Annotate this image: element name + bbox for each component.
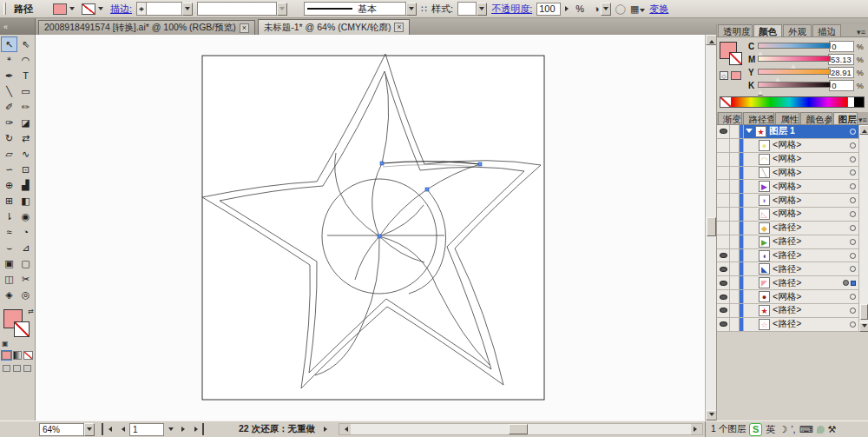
target-circle-icon[interactable] [850,183,856,189]
lock-toggle[interactable] [730,235,740,248]
layer-row-main[interactable]: ◖<路径> [744,249,858,262]
slider-track-k[interactable] [758,82,831,88]
layer-row-4[interactable]: ╲<网格> [717,167,858,181]
tab-color[interactable]: 颜色 [753,24,782,36]
align-control[interactable]: ▦ [630,3,645,15]
tab-stroke[interactable]: 描边 [812,24,841,36]
slider-track-m[interactable] [758,56,831,62]
width-tool[interactable]: ∽ [1,162,17,177]
layer-row-main[interactable]: ☆<路径> [744,318,858,331]
tab-attributes[interactable]: 属性 [775,112,799,124]
live-paint-selection-tool[interactable]: ▢ [17,255,34,271]
zoom-value[interactable]: 64% [39,423,84,436]
layer-row-5[interactable]: ▶<网格> [717,180,858,194]
screen-mode-normal-button[interactable] [3,365,10,372]
tab2-close-icon[interactable]: × [394,23,404,32]
free-transform-tool[interactable]: ⊡ [17,162,34,177]
brush-definition-combo[interactable]: 基本 [304,2,417,16]
zoom-combo[interactable]: 64% [39,423,95,436]
vertical-scroll-thumb[interactable] [707,217,716,236]
visibility-toggle[interactable] [717,153,730,166]
layer-row-main[interactable]: ◺<网格> [744,208,858,221]
stroke-weight-combo[interactable] [136,2,193,16]
lock-toggle[interactable] [730,304,740,317]
target-circle-icon[interactable] [850,239,856,245]
lock-toggle[interactable] [730,262,740,275]
color-spectrum[interactable] [720,96,865,108]
grid-arrow-icon[interactable] [640,9,645,15]
target-circle-icon[interactable] [850,169,856,175]
horizontal-scrollbar[interactable] [339,423,703,435]
eraser-tool[interactable]: ◪ [17,115,34,130]
opacity-link[interactable]: 不透明度: [491,3,532,16]
visibility-toggle[interactable] [717,222,730,235]
hscroll-left-button[interactable] [339,424,351,434]
spectrum-white-swatch[interactable] [847,97,854,107]
spectrum-none-swatch[interactable] [720,97,732,107]
value-input-c[interactable]: 0 [829,41,853,52]
page-arrow-icon[interactable] [166,423,176,436]
lock-toggle[interactable] [730,249,740,262]
tab-gradient[interactable]: 渐变 [718,112,742,124]
ime-settings-icon[interactable]: ⚒ [828,424,837,435]
spectrum-black-swatch[interactable] [854,97,864,107]
fill-swatch[interactable] [53,3,67,15]
tab-color-guide[interactable]: 颜色参 [800,112,832,124]
target-circle-icon[interactable] [850,308,856,314]
graph-style-control[interactable]: ◑ [594,3,611,16]
warp-tool[interactable]: ≈ [1,224,17,240]
visibility-toggle[interactable] [717,276,730,289]
zoom-arrow-icon[interactable] [84,423,95,436]
sogou-ime-icon[interactable]: S [749,423,762,436]
crop-tool[interactable]: ◫ [1,271,17,287]
lock-toggle[interactable] [730,290,740,303]
layers-scrollbar[interactable] [858,125,868,332]
value-input-m[interactable]: 53.13 [828,54,854,65]
layer-row-main[interactable]: ◠<网格> [744,153,858,166]
lock-toggle[interactable] [730,139,740,152]
lock-toggle[interactable] [730,167,740,180]
layer-row-13[interactable]: ●<网格> [717,290,858,304]
lock-toggle[interactable] [730,208,740,221]
target-circle-icon[interactable] [850,253,856,259]
target-circle-icon[interactable] [850,321,856,328]
visibility-toggle[interactable] [717,139,730,152]
layer-row-14[interactable]: ★<路径> [717,304,858,318]
smooth-tool[interactable]: ✑ [1,115,17,130]
zoom-tool[interactable]: ◎ [17,287,34,302]
layer-row-main[interactable]: ▶<网格> [744,180,858,193]
fill-dropdown-arrow-icon[interactable] [67,3,77,16]
stroke-none-swatch[interactable] [82,3,95,15]
magic-wand-tool[interactable]: ＊ [1,52,17,68]
visibility-toggle[interactable] [717,194,730,207]
type-tool[interactable]: T [17,68,34,83]
style-combo[interactable] [457,2,487,16]
target-circle-icon[interactable] [843,280,849,286]
visibility-toggle[interactable] [717,304,730,317]
pencil-tool[interactable]: ✏ [17,99,34,115]
envelope-tool[interactable]: ⌣ [1,240,17,255]
ime-skin-icon[interactable] [817,426,825,434]
layer-row-main[interactable]: ★<路径> [744,304,858,317]
expand-arrow-icon[interactable] [746,129,753,136]
tab-layers[interactable]: 图层 [833,112,858,124]
layer-row-main[interactable]: ◆<路径> [744,222,858,235]
layer-row-main[interactable]: ◗<网格> [744,194,858,207]
slider-thumb-k[interactable] [758,88,763,95]
spectrum-gradient[interactable] [732,97,847,107]
grid-reference-icon[interactable]: ▦ [630,3,639,15]
lock-toggle[interactable] [730,318,740,331]
layer-row-main[interactable]: ▶<路径> [744,235,858,248]
twirl-tool[interactable]: ◔ [17,224,34,240]
eyedropper-tool[interactable]: ⇂ [1,209,17,224]
prev-page-button[interactable] [115,423,128,435]
column-graph-tool[interactable]: ▟ [17,177,34,193]
lock-toggle[interactable] [730,222,740,235]
lock-toggle[interactable] [730,153,740,166]
slider-track-y[interactable] [758,69,831,75]
next-page-button[interactable] [178,423,190,435]
layer-row-3[interactable]: ◠<网格> [717,153,858,167]
layers-panel-menu-icon[interactable]: ▾≡ [858,116,868,124]
lock-toggle[interactable] [730,276,740,289]
pen-tool[interactable]: ✒ [1,68,17,83]
